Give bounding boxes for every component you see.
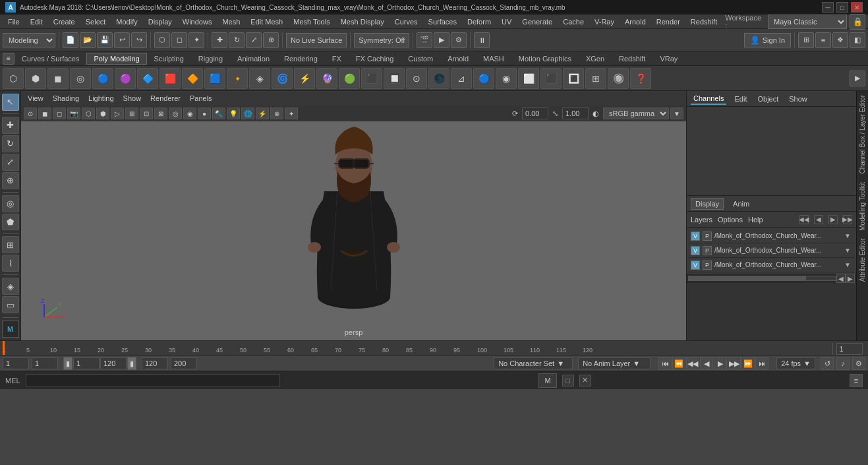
universal-lt-button[interactable]: ⊕ [2, 172, 19, 189]
footer-close-1[interactable]: □ [562, 375, 574, 387]
render-settings-button[interactable]: ⚙ [451, 32, 467, 48]
lasso-select-button[interactable]: ◻ [171, 32, 187, 48]
shelf-tab-sculpting[interactable]: Sculpting [147, 53, 191, 65]
vp-value-left[interactable]: 0.00 [522, 108, 548, 119]
shelf-icon-11[interactable]: 🔸 [227, 68, 248, 89]
display-opt-help[interactable]: Help [748, 216, 763, 224]
shelf-icon-9[interactable]: 🔶 [182, 68, 203, 89]
move-tool-lt-button[interactable]: ✚ [2, 117, 19, 134]
vp-tb-btn-1[interactable]: ⊙ [24, 108, 37, 119]
move-tool-button[interactable]: ✚ [212, 32, 227, 48]
layer-hscroll-left[interactable]: ◀ [836, 274, 846, 283]
shelf-icon-10[interactable]: 🟦 [204, 68, 225, 89]
script-editor-button[interactable]: ≡ [850, 374, 863, 387]
menu-vray[interactable]: V-Ray [589, 16, 620, 27]
menu-edit-mesh[interactable]: Edit Mesh [245, 16, 288, 27]
shelf-tab-custom[interactable]: Custom [401, 53, 440, 65]
menu-select[interactable]: Select [80, 16, 111, 27]
shelf-tab-redshift[interactable]: Redshift [612, 53, 652, 65]
shelf-icon-19[interactable]: ⊙ [406, 68, 427, 89]
vp-gamma-options[interactable]: ▼ [670, 108, 683, 119]
audio-button[interactable]: ♪ [836, 357, 850, 370]
vp-tb-btn-16[interactable]: 🌐 [241, 108, 254, 119]
shelf-icon-27[interactable]: ⊞ [585, 68, 606, 89]
paint-attr-button[interactable]: ⬟ [2, 214, 19, 231]
rotate-tool-button[interactable]: ↻ [229, 32, 245, 48]
rs-tab-modelling-toolkit[interactable]: Modelling Toolkit [857, 178, 867, 235]
render-current-button[interactable]: 🎬 [417, 32, 432, 48]
vp-menu-panels[interactable]: Panels [186, 93, 216, 104]
shelf-tab-rigging[interactable]: Rigging [191, 53, 230, 65]
snap-grid-button[interactable]: ⊞ [2, 236, 19, 253]
display-opt-options[interactable]: Options [718, 216, 743, 224]
layer-p-3[interactable]: P [703, 261, 712, 270]
vp-tb-btn-8[interactable]: ⊞ [125, 108, 138, 119]
symmetry-button[interactable]: Symmetry: Off [354, 33, 409, 47]
vp-value-right[interactable]: 1.00 [562, 108, 589, 119]
shelf-icon-26[interactable]: 🔳 [563, 68, 584, 89]
layer-p-2[interactable]: P [703, 246, 712, 255]
extra-btn-2[interactable]: ❖ [832, 32, 848, 48]
shelf-icon-6[interactable]: 🟣 [115, 68, 136, 89]
vp-menu-view[interactable]: View [24, 93, 47, 104]
paint-select-button[interactable]: ✦ [188, 32, 204, 48]
shelf-icon-24[interactable]: ⬜ [518, 68, 539, 89]
rs-tab-channel-box[interactable]: Channel Box / Layer Editor [857, 91, 867, 178]
menu-surfaces[interactable]: Surfaces [423, 16, 462, 27]
layer-vis-3[interactable]: V [691, 261, 700, 270]
play-back-button[interactable]: ◀ [700, 357, 713, 370]
playback-start-input[interactable] [3, 357, 29, 369]
close-button[interactable]: ✕ [851, 2, 863, 13]
shelf-tab-rendering[interactable]: Rendering [277, 53, 325, 65]
shelf-icon-12[interactable]: ◈ [249, 68, 270, 89]
shelf-icon-2[interactable]: ⬢ [25, 68, 46, 89]
cb-tab-show[interactable]: Show [786, 94, 810, 104]
playback-max-input[interactable] [171, 357, 197, 369]
vp-tb-btn-7[interactable]: ▷ [111, 108, 124, 119]
footer-close-2[interactable]: ✕ [579, 375, 591, 387]
vp-isolate-btn[interactable]: ⊗ [270, 108, 283, 119]
layer-hscroll-right[interactable]: ▶ [846, 274, 855, 283]
menu-redshift[interactable]: Redshift [685, 16, 722, 27]
save-scene-button[interactable]: 💾 [97, 32, 113, 48]
vp-menu-shading[interactable]: Shading [49, 93, 83, 104]
shelf-icon-18[interactable]: 🔲 [384, 68, 405, 89]
shelf-icon-7[interactable]: 🔷 [137, 68, 158, 89]
loop-button[interactable]: ↺ [821, 357, 834, 370]
menu-edit[interactable]: Edit [25, 16, 48, 27]
viewport[interactable]: View Shading Lighting Show Renderer Pane… [21, 91, 686, 340]
shelf-icon-16[interactable]: 🟢 [339, 68, 360, 89]
range-start-input[interactable] [73, 357, 100, 369]
no-anim-layer-dropdown[interactable]: No Anim Layer ▼ [578, 357, 651, 369]
maximize-button[interactable]: □ [836, 2, 848, 13]
shelf-icon-21[interactable]: ⊿ [451, 68, 472, 89]
layer-scroll-2[interactable]: ▼ [843, 246, 852, 255]
shelf-tab-vray[interactable]: VRay [652, 53, 685, 65]
shelf-tab-poly-modeling[interactable]: Poly Modeling [86, 53, 146, 65]
step-back-button[interactable]: ⏪ [672, 357, 685, 370]
cb-tab-channels[interactable]: Channels [691, 93, 726, 105]
playhead[interactable] [3, 341, 5, 355]
minimize-button[interactable]: ─ [822, 2, 834, 13]
vp-tb-btn-15[interactable]: 💡 [227, 108, 240, 119]
layer-scroll-3[interactable]: ▼ [843, 261, 852, 270]
shelf-icon-23[interactable]: ◉ [496, 68, 517, 89]
layer-vis-2[interactable]: V [691, 246, 700, 255]
display-tab-display[interactable]: Display [691, 198, 724, 210]
prev-key-button[interactable]: ◀◀ [686, 357, 699, 370]
vp-tb-btn-13[interactable]: ● [198, 108, 211, 119]
layer-p-1[interactable]: P [703, 232, 712, 241]
shelf-icon-4[interactable]: ◎ [70, 68, 91, 89]
select-tool-button[interactable]: ↖ [2, 94, 19, 111]
footer-tab-m[interactable]: M [538, 373, 556, 388]
cb-tab-edit[interactable]: Edit [732, 94, 749, 104]
isolate-select-button[interactable]: ◈ [2, 278, 19, 295]
window-controls[interactable]: ─ □ ✕ [822, 2, 863, 13]
shelf-icon-25[interactable]: ⬛ [540, 68, 562, 89]
menu-windows[interactable]: Windows [177, 16, 217, 27]
shelf-icon-5[interactable]: 🔵 [92, 68, 113, 89]
vp-tb-btn-12[interactable]: ◉ [183, 108, 196, 119]
command-line-input[interactable] [26, 374, 280, 387]
select-mode-button[interactable]: ⬡ [154, 32, 170, 48]
sign-in-button[interactable]: Sign In [744, 33, 791, 47]
